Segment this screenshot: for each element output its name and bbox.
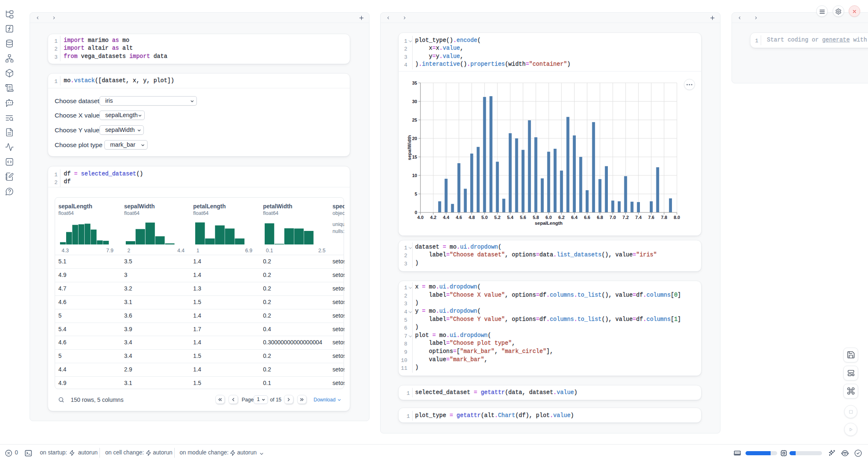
svg-text:7.6: 7.6 (648, 215, 654, 220)
svg-text:4.8: 4.8 (469, 215, 475, 220)
svg-text:15: 15 (412, 154, 417, 159)
svg-text:4.2: 4.2 (430, 215, 436, 220)
svg-text:5.4: 5.4 (507, 215, 514, 220)
svg-text:5.6: 5.6 (520, 215, 526, 220)
svg-text:7.0: 7.0 (609, 215, 616, 220)
svg-text:4.6: 4.6 (456, 215, 462, 220)
svg-text:8.0: 8.0 (674, 215, 680, 220)
svg-text:6.2: 6.2 (559, 215, 565, 220)
svg-text:6.6: 6.6 (584, 215, 590, 220)
svg-text:0: 0 (415, 210, 417, 215)
svg-text:5: 5 (415, 191, 417, 196)
svg-text:35: 35 (412, 81, 417, 85)
svg-text:6.0: 6.0 (545, 215, 552, 220)
svg-text:10: 10 (412, 173, 417, 178)
svg-text:5.0: 5.0 (481, 215, 487, 220)
svg-text:30: 30 (412, 99, 417, 104)
svg-text:4.0: 4.0 (417, 215, 423, 220)
svg-text:20: 20 (412, 136, 417, 141)
svg-text:6.4: 6.4 (571, 215, 578, 220)
svg-text:7.4: 7.4 (635, 215, 642, 220)
svg-text:7.8: 7.8 (661, 215, 667, 220)
svg-text:5.2: 5.2 (494, 215, 501, 220)
svg-text:4.4: 4.4 (443, 215, 450, 220)
svg-text:7.2: 7.2 (623, 215, 629, 220)
svg-text:25: 25 (412, 118, 417, 122)
svg-text:5.8: 5.8 (533, 215, 539, 220)
svg-text:sepalLength: sepalLength (535, 221, 563, 226)
svg-text:sepalWidth: sepalWidth (407, 135, 412, 160)
svg-text:6.8: 6.8 (597, 215, 603, 220)
